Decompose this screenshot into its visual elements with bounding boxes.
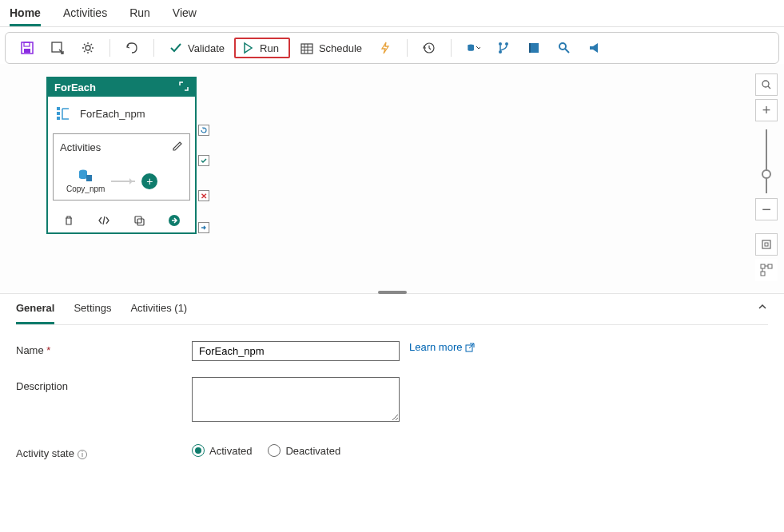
book-icon bbox=[527, 41, 541, 55]
learn-more-link[interactable]: Learn more bbox=[409, 341, 475, 353]
foreach-type-label: ForEach bbox=[54, 81, 96, 93]
save-as-icon bbox=[50, 41, 65, 55]
tab-settings[interactable]: Settings bbox=[74, 294, 111, 324]
tab-activities[interactable]: Activities bbox=[63, 3, 107, 26]
layout-button[interactable] bbox=[755, 259, 778, 281]
connector-fail[interactable]: ✕ bbox=[198, 190, 209, 201]
separator bbox=[109, 39, 110, 57]
svg-point-14 bbox=[505, 42, 508, 46]
delete-button[interactable] bbox=[62, 213, 76, 228]
history-icon bbox=[422, 41, 436, 55]
name-input[interactable] bbox=[192, 341, 400, 361]
validate-button[interactable]: Validate bbox=[162, 38, 231, 58]
radio-activated[interactable]: Activated bbox=[192, 444, 252, 457]
svg-rect-24 bbox=[86, 175, 92, 181]
play-icon bbox=[241, 41, 255, 55]
copy-button[interactable] bbox=[132, 213, 146, 228]
deactivated-label: Deactivated bbox=[285, 445, 340, 457]
svg-rect-32 bbox=[761, 264, 765, 268]
schedule-label: Schedule bbox=[319, 42, 362, 54]
save-button[interactable] bbox=[14, 38, 41, 58]
tab-run[interactable]: Run bbox=[129, 3, 150, 26]
svg-point-15 bbox=[499, 50, 502, 54]
svg-rect-33 bbox=[768, 264, 772, 268]
info-icon[interactable]: i bbox=[78, 450, 87, 459]
go-button[interactable] bbox=[167, 213, 181, 228]
trigger-button[interactable] bbox=[372, 38, 399, 58]
svg-rect-21 bbox=[57, 112, 60, 115]
zoom-slider[interactable] bbox=[766, 129, 767, 193]
node-action-bar bbox=[48, 208, 195, 232]
schedule-button[interactable]: Schedule bbox=[293, 38, 368, 58]
tab-general[interactable]: General bbox=[16, 294, 54, 324]
database-icon bbox=[466, 41, 480, 55]
save-icon bbox=[20, 41, 34, 55]
separator bbox=[153, 39, 154, 57]
settings-button[interactable] bbox=[74, 38, 101, 58]
zoom-thumb[interactable] bbox=[762, 169, 771, 179]
datasource-button[interactable] bbox=[460, 38, 487, 58]
foreach-activity-node[interactable]: ForEach ForEach_npm Activities Copy_npm bbox=[46, 77, 197, 234]
connector-retry[interactable] bbox=[198, 125, 209, 136]
search-button[interactable] bbox=[551, 38, 578, 58]
history-button[interactable] bbox=[416, 38, 443, 58]
svg-point-28 bbox=[762, 81, 769, 87]
edit-icon[interactable] bbox=[172, 141, 183, 154]
svg-rect-22 bbox=[57, 117, 60, 120]
undo-icon bbox=[125, 41, 139, 55]
name-label: Name * bbox=[16, 341, 192, 356]
svg-rect-30 bbox=[762, 240, 770, 248]
svg-line-29 bbox=[768, 86, 770, 89]
svg-rect-2 bbox=[24, 49, 30, 53]
announce-button[interactable] bbox=[581, 38, 608, 58]
undo-button[interactable] bbox=[118, 38, 145, 58]
svg-rect-34 bbox=[761, 272, 765, 276]
svg-point-18 bbox=[559, 43, 566, 50]
tab-home[interactable]: Home bbox=[10, 3, 41, 26]
run-button[interactable]: Run bbox=[234, 38, 290, 58]
svg-rect-26 bbox=[137, 219, 144, 225]
zoom-in-button[interactable]: + bbox=[755, 99, 778, 121]
add-activity-button[interactable]: + bbox=[141, 173, 157, 189]
copy-activity-label: Copy_npm bbox=[66, 185, 105, 193]
properties-panel: General Settings Activities (1) Name * L… bbox=[0, 294, 784, 459]
collapse-panel-button[interactable] bbox=[757, 302, 768, 314]
radio-deactivated[interactable]: Deactivated bbox=[268, 444, 340, 457]
activities-container: Activities Copy_npm + bbox=[53, 133, 190, 200]
notebook-button[interactable] bbox=[520, 38, 547, 58]
search-icon bbox=[557, 41, 571, 55]
activated-label: Activated bbox=[209, 445, 252, 457]
fit-button[interactable] bbox=[755, 233, 778, 256]
zoom-out-button[interactable]: − bbox=[755, 198, 778, 220]
copy-activity[interactable]: Copy_npm bbox=[66, 169, 105, 193]
code-button[interactable] bbox=[97, 213, 111, 228]
separator bbox=[407, 39, 408, 57]
run-label: Run bbox=[260, 42, 279, 54]
connector-skip[interactable] bbox=[198, 222, 209, 233]
activity-state-label: Activity statei bbox=[16, 444, 192, 459]
description-input[interactable] bbox=[192, 377, 400, 422]
separator bbox=[451, 39, 452, 57]
connector-success[interactable] bbox=[198, 155, 209, 166]
svg-rect-31 bbox=[765, 243, 768, 246]
svg-rect-16 bbox=[530, 43, 539, 53]
svg-rect-17 bbox=[529, 43, 531, 53]
canvas-controls: + − bbox=[755, 73, 778, 284]
tab-view[interactable]: View bbox=[173, 3, 197, 26]
pipeline-canvas[interactable]: ForEach ForEach_npm Activities Copy_npm bbox=[0, 64, 784, 294]
activities-label: Activities bbox=[60, 141, 101, 153]
tab-activities-count[interactable]: Activities (1) bbox=[130, 294, 187, 324]
svg-point-13 bbox=[499, 42, 502, 46]
expand-icon[interactable] bbox=[179, 81, 189, 93]
copy-data-icon bbox=[78, 169, 94, 183]
branch-icon bbox=[496, 41, 511, 55]
validate-label: Validate bbox=[188, 42, 225, 54]
foreach-name-label: ForEach_npm bbox=[80, 108, 145, 120]
svg-line-19 bbox=[565, 49, 569, 53]
gear-icon bbox=[81, 41, 95, 55]
foreach-title-row: ForEach_npm bbox=[48, 97, 195, 130]
branch-button[interactable] bbox=[490, 38, 517, 58]
save-as-button[interactable] bbox=[44, 38, 71, 58]
foreach-icon bbox=[54, 105, 72, 122]
canvas-search-button[interactable] bbox=[755, 73, 778, 96]
